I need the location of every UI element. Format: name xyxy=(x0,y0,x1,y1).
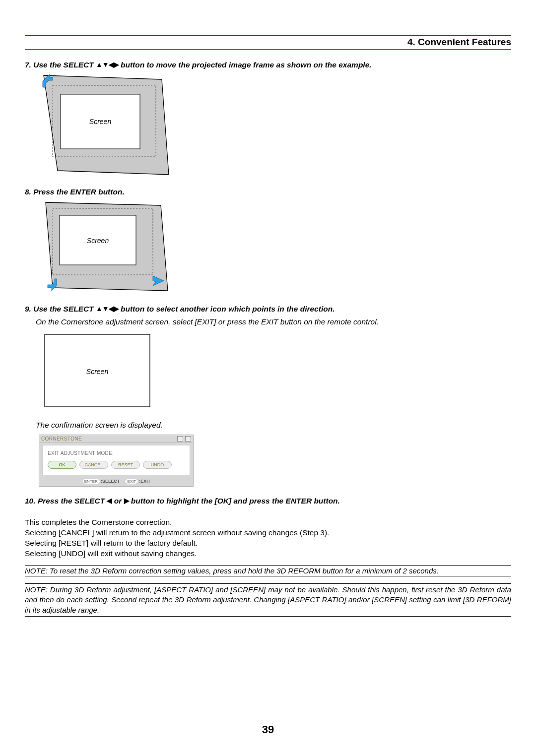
step-7: 7. Use the SELECT ▲▼◀▶ button to move th… xyxy=(25,61,511,69)
cancel-button[interactable]: CANCEL xyxy=(79,461,108,469)
diagram-step7: Screen xyxy=(42,73,511,178)
section-header: 4. Convenient Features xyxy=(25,37,511,50)
step-10-prefix: Press the SELECT xyxy=(38,497,107,505)
note-2: NOTE: During 3D Reform adjustment, [ASPE… xyxy=(25,583,511,617)
step-8: 8. Press the ENTER button. xyxy=(25,188,511,196)
step-9-caption: The confirmation screen is displayed. xyxy=(36,421,511,430)
step-9-prefix: Use the SELECT xyxy=(33,305,96,313)
step-9-num: 9. xyxy=(25,305,31,313)
closing-line-4: Selecting [UNDO] will exit without savin… xyxy=(25,549,511,558)
cornerstone-dialog: CORNERSTONE EXIT ADJUSTMENT MODE. OK CAN… xyxy=(39,435,194,487)
select-label: :SELECT xyxy=(101,479,120,484)
step-8-text: Press the ENTER button. xyxy=(33,188,124,196)
diagram-step8: Screen xyxy=(42,200,511,295)
step-8-num: 8. xyxy=(25,188,31,196)
udlr-arrows-icon: ▲▼◀▶ xyxy=(96,61,119,68)
dialog-title-text: CORNERSTONE xyxy=(41,436,82,441)
closing-line-3: Selecting [RESET] will return to the fac… xyxy=(25,539,511,548)
right-arrow-icon: ▶ xyxy=(124,497,129,504)
diagram-step9: Screen xyxy=(42,331,511,411)
screen-label-8: Screen xyxy=(87,237,109,245)
step-9-body: On the Cornerstone adjustment screen, se… xyxy=(36,317,511,326)
closing-line-1: This completes the Cornerstone correctio… xyxy=(25,518,511,527)
screen-label-7: Screen xyxy=(89,118,112,126)
enter-pill: ENTER xyxy=(82,479,100,484)
help-icon[interactable] xyxy=(177,436,183,441)
exit-pill: EXIT xyxy=(125,479,138,484)
step-7-prefix: Use the SELECT xyxy=(33,61,96,69)
page-number: 39 xyxy=(0,723,536,736)
closing-line-2: Selecting [CANCEL] will return to the ad… xyxy=(25,528,511,537)
ok-button[interactable]: OK xyxy=(48,461,76,469)
step-10-suffix: button to highlight the [OK] and press t… xyxy=(129,497,340,505)
step-10-mid: or xyxy=(112,497,124,505)
step-10: 10. Press the SELECT ◀ or ▶ button to hi… xyxy=(25,497,511,505)
step-10-num: 10. xyxy=(25,497,36,505)
exit-label: :EXIT xyxy=(139,479,150,484)
note-1: NOTE: To reset the 3D Reform correction … xyxy=(25,565,511,576)
dialog-footer: ENTER:SELECT EXIT:EXIT xyxy=(39,477,193,486)
left-arrow-icon: ◀ xyxy=(107,497,112,504)
step-9-suffix: button to select another icon which poin… xyxy=(119,305,335,313)
screen-label-9: Screen xyxy=(86,368,109,376)
step-7-num: 7. xyxy=(25,61,31,69)
close-icon[interactable] xyxy=(185,436,191,441)
step-7-suffix: button to move the projected image frame… xyxy=(119,61,372,69)
reset-button[interactable]: RESET xyxy=(111,461,140,469)
udlr-arrows-icon-2: ▲▼◀▶ xyxy=(96,305,119,313)
undo-button[interactable]: UNDO xyxy=(143,461,172,469)
step-9: 9. Use the SELECT ▲▼◀▶ button to select … xyxy=(25,305,511,314)
dialog-message: EXIT ADJUSTMENT MODE. xyxy=(48,450,185,456)
